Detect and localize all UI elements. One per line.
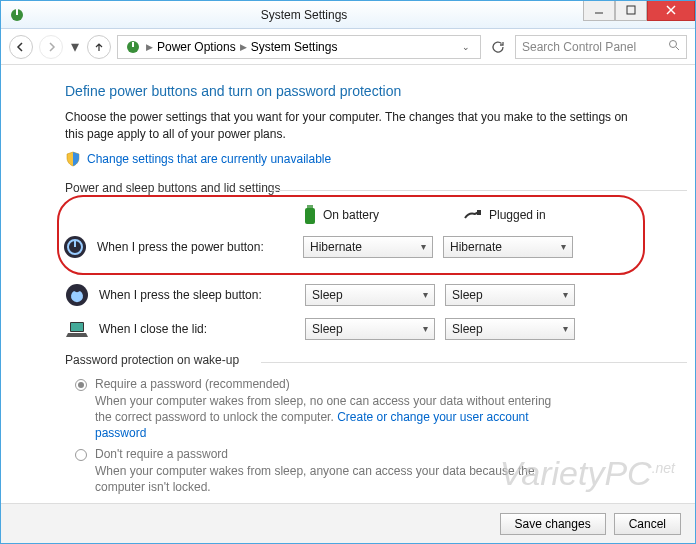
- radio-label: Don't require a password: [95, 447, 565, 461]
- content-area: Define power buttons and turn on passwor…: [1, 65, 695, 496]
- toolbar: ▾ ▶ Power Options ▶ System Settings ⌄ Se…: [1, 29, 695, 65]
- breadcrumb-dropdown[interactable]: ⌄: [458, 42, 474, 52]
- radio-description: When your computer wakes from sleep, any…: [95, 463, 565, 495]
- page-heading: Define power buttons and turn on passwor…: [65, 83, 631, 99]
- annotation-highlight: On battery Plugged in When I press the p…: [57, 195, 645, 275]
- svg-rect-11: [477, 210, 481, 215]
- svg-rect-3: [627, 6, 635, 14]
- cancel-button[interactable]: Cancel: [614, 513, 681, 535]
- power-button-battery-select[interactable]: Hibernate: [303, 236, 433, 258]
- minimize-button[interactable]: [583, 1, 615, 21]
- search-placeholder: Search Control Panel: [522, 40, 636, 54]
- svg-rect-10: [305, 208, 315, 224]
- svg-line-8: [676, 47, 679, 50]
- sleep-button-row: When I press the sleep button: Sleep Sle…: [65, 281, 631, 309]
- page-description: Choose the power settings that you want …: [65, 109, 631, 143]
- up-button[interactable]: [87, 35, 111, 59]
- power-plan-icon: [124, 38, 142, 56]
- power-icon: [63, 235, 87, 259]
- search-icon: [668, 39, 680, 54]
- lid-close-row: When I close the lid: Sleep Sleep: [65, 315, 631, 343]
- sleep-icon: [65, 283, 89, 307]
- power-button-plugged-select[interactable]: Hibernate: [443, 236, 573, 258]
- password-protection-group: Password protection on wake-up Require a…: [65, 353, 631, 496]
- svg-rect-1: [16, 9, 18, 15]
- row-label: When I press the power button:: [97, 240, 293, 254]
- forward-button[interactable]: [39, 35, 63, 59]
- group-legend: Password protection on wake-up: [65, 353, 631, 371]
- plug-icon: [463, 208, 483, 222]
- chevron-right-icon: ▶: [240, 42, 247, 52]
- battery-icon: [303, 205, 317, 225]
- column-header-plugged: Plugged in: [463, 208, 597, 222]
- close-button[interactable]: [647, 1, 695, 21]
- power-button-row: When I press the power button: Hibernate…: [63, 233, 633, 261]
- sleep-button-battery-select[interactable]: Sleep: [305, 284, 435, 306]
- breadcrumb-item[interactable]: Power Options: [157, 40, 236, 54]
- laptop-icon: [65, 317, 89, 341]
- svg-rect-17: [71, 323, 83, 331]
- row-label: When I close the lid:: [99, 322, 295, 336]
- footer: Save changes Cancel: [1, 503, 695, 543]
- save-button[interactable]: Save changes: [500, 513, 606, 535]
- breadcrumb-item[interactable]: System Settings: [251, 40, 338, 54]
- back-button[interactable]: [9, 35, 33, 59]
- window-title: System Settings: [25, 8, 583, 22]
- app-icon: [9, 7, 25, 23]
- group-legend: Power and sleep buttons and lid settings: [65, 181, 631, 199]
- breadcrumb[interactable]: ▶ Power Options ▶ System Settings ⌄: [117, 35, 481, 59]
- shield-icon: [65, 151, 81, 167]
- lid-battery-select[interactable]: Sleep: [305, 318, 435, 340]
- chevron-right-icon: ▶: [146, 42, 153, 52]
- row-label: When I press the sleep button:: [99, 288, 295, 302]
- sleep-button-plugged-select[interactable]: Sleep: [445, 284, 575, 306]
- svg-point-7: [670, 41, 677, 48]
- search-input[interactable]: Search Control Panel: [515, 35, 687, 59]
- svg-rect-9: [307, 205, 313, 208]
- radio-label: Require a password (recommended): [95, 377, 565, 391]
- column-header-battery: On battery: [303, 205, 437, 225]
- titlebar: System Settings: [1, 1, 695, 29]
- lid-plugged-select[interactable]: Sleep: [445, 318, 575, 340]
- refresh-button[interactable]: [487, 36, 509, 58]
- require-password-radio: [75, 379, 87, 391]
- radio-description: When your computer wakes from sleep, no …: [95, 393, 565, 442]
- admin-settings-link[interactable]: Change settings that are currently unava…: [87, 152, 331, 166]
- history-dropdown[interactable]: ▾: [69, 37, 81, 57]
- no-password-radio: [75, 449, 87, 461]
- power-buttons-group: Power and sleep buttons and lid settings…: [65, 181, 631, 343]
- maximize-button[interactable]: [615, 1, 647, 21]
